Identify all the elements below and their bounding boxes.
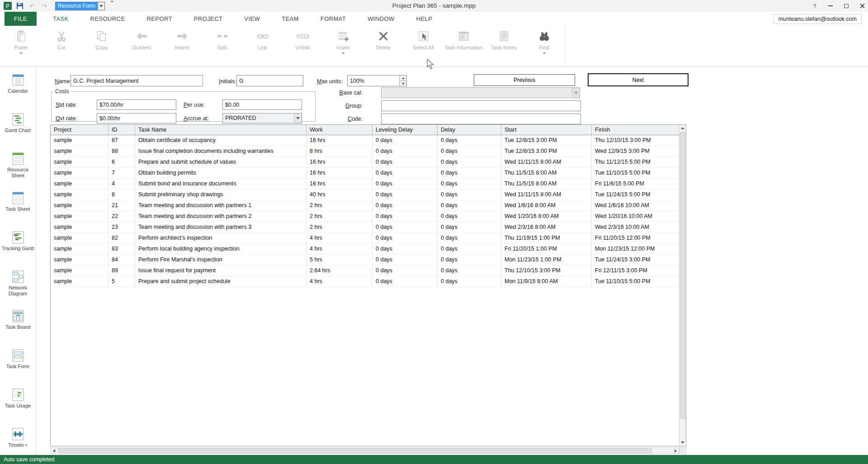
- delete-button[interactable]: Delete: [363, 26, 403, 66]
- indent-button[interactable]: Indent: [162, 26, 202, 66]
- table-row[interactable]: sample8Submit preliminary shop drawings4…: [51, 189, 679, 200]
- table-row[interactable]: sample83Perform local building agency in…: [51, 244, 679, 255]
- split-button[interactable]: Split: [202, 26, 242, 66]
- sidebar-item-label: Tracking Gantt: [1, 246, 35, 251]
- cell-project: sample: [51, 179, 108, 189]
- cell-work: 8 hrs: [307, 146, 373, 157]
- scroll-right-icon[interactable]: [672, 448, 679, 454]
- accrue-dropdown-arrow-icon[interactable]: [294, 114, 302, 123]
- table-row[interactable]: sample84Perform Fire Marshal's inspectio…: [51, 255, 679, 265]
- close-icon[interactable]: [859, 3, 865, 9]
- column-header-leveling-delay[interactable]: Leveling Delay: [373, 125, 438, 135]
- ovt-rate-field[interactable]: [97, 113, 176, 123]
- next-button[interactable]: Next: [588, 73, 689, 86]
- sidebar-item-task-form[interactable]: Task Form: [0, 349, 36, 388]
- tab-task[interactable]: TASK: [42, 12, 80, 26]
- cut-button[interactable]: Cut: [41, 26, 81, 66]
- account-email[interactable]: munteanu.stefan@outlook.com: [774, 14, 862, 24]
- table-row[interactable]: sample4Submit bond and insurance documen…: [51, 179, 679, 189]
- sidebar-more-icon[interactable]: [25, 445, 28, 446]
- sidebar-item-network-diagram[interactable]: Network Diagram: [0, 270, 36, 309]
- network-diagram-icon: [11, 270, 25, 284]
- column-header-start[interactable]: Start: [501, 125, 592, 135]
- tab-team[interactable]: TEAM: [271, 12, 310, 26]
- std-rate-field[interactable]: [97, 99, 176, 110]
- sidebar-item-calendar[interactable]: Calendar: [0, 73, 36, 113]
- cell-task-name: Obtain building permits: [135, 168, 307, 179]
- task-notes-button[interactable]: Task Notes: [484, 26, 524, 66]
- tab-project[interactable]: PROJECT: [183, 12, 233, 26]
- sidebar-item-task-sheet[interactable]: Task Sheet: [0, 191, 36, 231]
- sidebar-item-gantt-chart[interactable]: Gantt Chart: [0, 113, 36, 152]
- tab-report[interactable]: REPORT: [136, 12, 183, 26]
- sidebar-item-task-board[interactable]: Task Board: [0, 309, 36, 349]
- column-header-finish[interactable]: Finish: [592, 125, 679, 135]
- file-menu-button[interactable]: FILE: [5, 12, 37, 26]
- outdent-button[interactable]: Outdent: [122, 26, 162, 66]
- base-cal-dropdown[interactable]: [381, 87, 580, 98]
- initials-field[interactable]: [236, 75, 303, 86]
- sidebar-item-timeline[interactable]: Timelin: [0, 427, 36, 455]
- horizontal-scrollbar-thumb[interactable]: [58, 448, 652, 453]
- table-row[interactable]: sample89Issue final request for payment2…: [51, 265, 679, 276]
- cell-id: 21: [108, 200, 135, 211]
- minimize-icon[interactable]: [827, 3, 834, 9]
- tab-help[interactable]: HELP: [406, 12, 443, 26]
- sidebar-item-task-usage[interactable]: Task Usage: [0, 388, 36, 427]
- accrue-at-value: PRORATED: [223, 114, 294, 123]
- unlink-button[interactable]: Unlink: [283, 26, 323, 66]
- table-row[interactable]: sample88Issue final completion documents…: [51, 146, 679, 157]
- vertical-scrollbar-thumb[interactable]: [680, 132, 685, 419]
- table-row[interactable]: sample21Team meeting and discussion with…: [51, 200, 679, 211]
- select-all-button[interactable]: Select All: [403, 26, 443, 66]
- copy-button[interactable]: Copy: [81, 26, 122, 66]
- table-row[interactable]: sample82Perform architect's inspection4 …: [51, 233, 679, 244]
- code-field[interactable]: [381, 114, 581, 124]
- paste-button[interactable]: Paste: [1, 26, 41, 66]
- previous-button[interactable]: Previous: [474, 74, 575, 86]
- name-field[interactable]: [71, 75, 203, 86]
- vertical-scrollbar[interactable]: [679, 125, 686, 446]
- base-cal-dropdown-arrow-icon[interactable]: [572, 88, 580, 98]
- max-units-field[interactable]: [348, 76, 399, 86]
- accrue-at-dropdown[interactable]: PRORATED: [222, 113, 302, 123]
- table-row[interactable]: sample5Prepare and submit project schedu…: [51, 276, 679, 287]
- spinner-arrows-icon[interactable]: [399, 76, 406, 86]
- menu-tabs: TASKRESOURCEREPORTPROJECTVIEWTEAMFORMATW…: [42, 12, 443, 26]
- scroll-up-icon[interactable]: [679, 125, 686, 132]
- tab-format[interactable]: FORMAT: [310, 12, 357, 26]
- column-header-project[interactable]: Project: [51, 125, 108, 135]
- cell-start: Mon 11/23/15 1:00 PM: [501, 255, 592, 265]
- table-row[interactable]: sample87Obtain certificate of occupancy1…: [51, 135, 679, 146]
- column-header-delay[interactable]: Delay: [438, 125, 501, 135]
- column-header-work[interactable]: Work: [307, 125, 373, 135]
- tab-resource[interactable]: RESOURCE: [80, 12, 136, 26]
- cell-project: sample: [51, 222, 108, 233]
- calendar-view-icon: [11, 73, 25, 87]
- maximize-icon[interactable]: [843, 3, 849, 9]
- link-button[interactable]: Link: [242, 26, 283, 66]
- sidebar-item-tracking-gantt[interactable]: Tracking Gantt: [0, 231, 36, 270]
- per-use-field[interactable]: [222, 99, 302, 110]
- scroll-left-icon[interactable]: [51, 448, 57, 454]
- tab-view[interactable]: VIEW: [233, 12, 271, 26]
- max-units-stepper[interactable]: [347, 75, 407, 86]
- group-field[interactable]: [381, 100, 581, 111]
- table-row[interactable]: sample6Prepare and submit schedule of va…: [51, 157, 679, 168]
- table-row[interactable]: sample22Team meeting and discussion with…: [51, 211, 679, 222]
- insert-button[interactable]: Insert: [323, 26, 363, 66]
- sidebar-item-resource-sheet[interactable]: Resource Sheet: [0, 152, 36, 191]
- task-information-button[interactable]: Task Information: [443, 26, 484, 66]
- table-row[interactable]: sample23Team meeting and discussion with…: [51, 222, 679, 233]
- column-header-id[interactable]: ID: [108, 125, 135, 135]
- scroll-down-icon[interactable]: [679, 439, 686, 446]
- find-label: Find: [539, 45, 549, 51]
- tab-window[interactable]: WINDOW: [357, 12, 405, 26]
- find-button[interactable]: Find: [524, 26, 564, 66]
- help-icon[interactable]: ?: [811, 3, 818, 9]
- horizontal-scrollbar[interactable]: [50, 447, 679, 454]
- cell-task-name: Submit bond and insurance documents: [135, 179, 307, 189]
- cell-id: 88: [108, 146, 135, 157]
- column-header-task-name[interactable]: Task Name: [135, 125, 307, 135]
- table-row[interactable]: sample7Obtain building permits16 hrs0 da…: [51, 168, 679, 179]
